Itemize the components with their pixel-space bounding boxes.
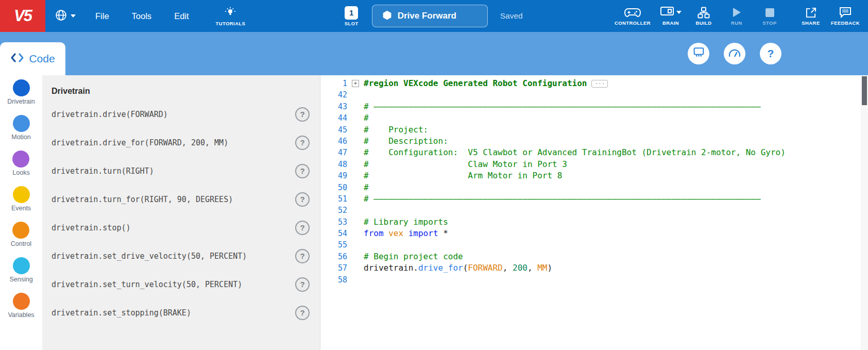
category-sidebar: Drivetrain Motion Looks Events Control S… — [0, 75, 42, 350]
feedback-button[interactable]: FEEDBACK — [829, 6, 862, 26]
command-row[interactable]: drivetrain.turn(RIGHT) ? — [42, 157, 320, 185]
scrollbar-thumb[interactable] — [862, 76, 867, 105]
sidebar-category-looks[interactable]: Looks — [12, 151, 29, 176]
menu-edit[interactable]: Edit — [163, 0, 200, 32]
command-panel-title: Drivetrain — [42, 82, 320, 100]
line-number: 52 — [320, 205, 347, 216]
command-help-button[interactable]: ? — [295, 277, 310, 292]
code-text: # Project: — [364, 124, 428, 136]
tab-code[interactable]: Code — [0, 42, 65, 75]
command-text: drivetrain.drive_for(FORWARD, 200, MM) — [52, 138, 228, 147]
category-dot-icon — [13, 115, 30, 132]
line-number: 56 — [320, 251, 347, 262]
stop-button[interactable]: STOP — [755, 6, 785, 26]
command-text: drivetrain.turn(RIGHT) — [52, 166, 154, 176]
controller-button[interactable]: CONTROLLER — [612, 6, 653, 26]
code-text: # Configuration: V5 Clawbot or Advanced … — [364, 147, 786, 158]
sidebar-category-drivetrain[interactable]: Drivetrain — [7, 79, 35, 105]
vexcode-app: V5 File Tools Edit TUTORIALS — [0, 0, 868, 350]
menu-file[interactable]: File — [84, 0, 121, 32]
command-row[interactable]: drivetrain.stop() ? — [42, 213, 320, 242]
command-help-button[interactable]: ? — [295, 192, 310, 207]
command-text: drivetrain.turn_for(RIGHT, 90, DEGREES) — [52, 195, 233, 204]
save-status: Saved — [500, 11, 523, 21]
line-number: 49 — [320, 170, 347, 181]
brain-button[interactable]: BRAIN — [656, 6, 686, 26]
slot-selector[interactable]: 1 SLOT — [345, 6, 359, 26]
command-help-button[interactable]: ? — [295, 164, 310, 178]
category-label: Drivetrain — [7, 98, 35, 105]
line-number: 58 — [320, 274, 347, 286]
command-row[interactable]: drivetrain.turn_for(RIGHT, 90, DEGREES) … — [42, 185, 320, 213]
code-text: drivetrain.drive_for(FORWARD, 200, MM) — [364, 262, 552, 274]
command-help-button[interactable]: ? — [295, 306, 310, 320]
stop-label: STOP — [762, 20, 776, 26]
language-menu[interactable] — [45, 9, 84, 24]
slot-number-badge: 1 — [345, 6, 358, 20]
category-label: Control — [11, 240, 31, 247]
brain-icon — [660, 6, 674, 19]
sidebar-category-control[interactable]: Control — [11, 222, 31, 247]
line-number: 47 — [320, 147, 347, 158]
globe-icon — [55, 9, 67, 24]
line-number: 55 — [320, 239, 347, 251]
secondary-bar: Code ? — [0, 32, 868, 75]
share-button[interactable]: SHARE — [796, 6, 826, 26]
toolbar-buttons: ? — [688, 43, 781, 64]
code-line: 42 — [320, 89, 868, 101]
collapsed-region-icon[interactable]: ··· — [591, 80, 608, 88]
command-row[interactable]: drivetrain.drive_for(FORWARD, 200, MM) ? — [42, 128, 320, 157]
caret-down-icon — [676, 11, 682, 14]
line-number: 51 — [320, 193, 347, 205]
v5-logo[interactable]: V5 — [0, 0, 45, 32]
code-text: #region VEXcode Generated Robot Configur… — [364, 78, 587, 89]
lightbulb-icon — [225, 6, 236, 20]
sidebar-category-events[interactable]: Events — [11, 186, 31, 212]
sidebar-category-motion[interactable]: Motion — [11, 115, 31, 141]
caret-down-icon — [71, 14, 76, 18]
code-editor[interactable]: 1+#region VEXcode Generated Robot Config… — [320, 75, 868, 350]
code-text: # ——————————————————————————————————————… — [364, 101, 761, 112]
line-number: 45 — [320, 124, 347, 136]
device-info-button[interactable] — [688, 43, 709, 64]
fold-expand-icon[interactable]: + — [352, 80, 359, 87]
editor-scrollbar[interactable] — [861, 75, 868, 350]
category-dot-icon — [13, 79, 30, 96]
slot-label: SLOT — [345, 21, 359, 26]
tutorials-button[interactable]: TUTORIALS — [207, 6, 255, 26]
code-text: # Description: — [364, 136, 448, 147]
command-panel: Drivetrain drivetrain.drive(FORWARD) ? d… — [42, 75, 320, 350]
command-row[interactable]: drivetrain.set_turn_velocity(50, PERCENT… — [42, 270, 320, 298]
code-line: 54from vex import * — [320, 228, 868, 239]
controller-label: CONTROLLER — [615, 20, 651, 26]
share-icon — [805, 6, 817, 19]
top-bar-actions: CONTROLLER BRAIN — [612, 6, 868, 26]
sidebar-category-variables[interactable]: Variables — [8, 293, 34, 319]
hexagon-icon — [382, 10, 393, 23]
project-name-box[interactable]: Drive Forward — [372, 5, 488, 27]
command-row[interactable]: drivetrain.set_drive_velocity(50, PERCEN… — [42, 242, 320, 270]
command-row[interactable]: drivetrain.set_stopping(BRAKE) ? — [42, 298, 320, 327]
menu-tools[interactable]: Tools — [121, 0, 163, 32]
line-number: 44 — [320, 112, 347, 124]
code-text: # — [364, 112, 369, 124]
command-help-button[interactable]: ? — [295, 221, 310, 235]
code-line: 47# Configuration: V5 Clawbot or Advance… — [320, 147, 868, 158]
code-tab-icon — [10, 53, 24, 65]
command-text: drivetrain.set_stopping(BRAKE) — [52, 308, 191, 318]
code-text: # Begin project code — [364, 251, 463, 262]
sidebar-category-sensing[interactable]: Sensing — [9, 257, 32, 283]
run-icon — [733, 6, 741, 19]
dashboard-button[interactable] — [724, 43, 745, 64]
command-help-button[interactable]: ? — [295, 136, 310, 150]
help-button[interactable]: ? — [760, 43, 781, 64]
build-button[interactable]: BUILD — [689, 6, 719, 26]
command-help-button[interactable]: ? — [295, 107, 310, 122]
code-line: 55 — [320, 239, 868, 251]
command-row[interactable]: drivetrain.drive(FORWARD) ? — [42, 100, 320, 128]
category-label: Motion — [11, 134, 31, 141]
run-button[interactable]: RUN — [722, 6, 752, 26]
command-help-button[interactable]: ? — [295, 249, 310, 263]
line-number: 1 — [320, 78, 347, 89]
code-text: # Claw Motor in Port 3 — [364, 159, 567, 170]
